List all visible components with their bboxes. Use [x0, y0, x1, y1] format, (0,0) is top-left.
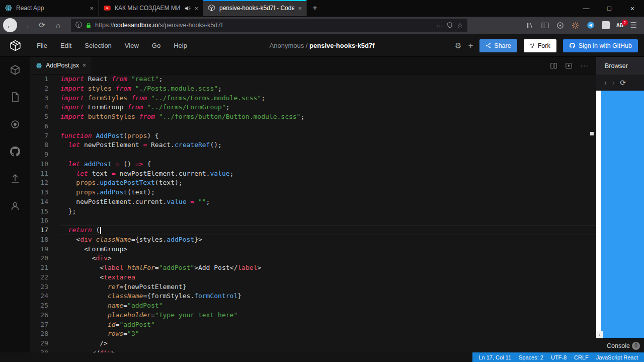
tab-close-icon[interactable]: × — [298, 5, 302, 12]
console-bar[interactable]: Console 0 — [596, 338, 644, 352]
split-editor-icon[interactable] — [550, 62, 557, 69]
status-indentation[interactable]: Spaces: 2 — [519, 354, 543, 360]
code-lines[interactable]: import React from "react";import styles … — [60, 75, 596, 352]
menu-hamburger-icon[interactable]: ☰ — [630, 21, 637, 30]
extension-telegram-icon[interactable] — [586, 21, 595, 30]
page-info-icon[interactable]: ⓘ — [75, 21, 82, 30]
code-line[interactable]: let newPostElement = React.createRef(); — [60, 140, 596, 150]
status-cursor-position[interactable]: Ln 17, Col 11 — [478, 354, 511, 360]
reload-button[interactable]: ⟳ — [35, 18, 49, 32]
menu-view[interactable]: View — [118, 34, 145, 57]
bookmark-star-icon[interactable]: ☆ — [457, 22, 463, 29]
codesandbox-logo-icon[interactable] — [0, 39, 30, 52]
sidebar-icon[interactable] — [541, 21, 549, 30]
code-line[interactable]: rows="3" — [60, 329, 596, 339]
code-editor[interactable]: 1234567891011121314151617181920212223242… — [30, 75, 596, 352]
tab-close-icon[interactable]: × — [90, 5, 94, 12]
code-line[interactable]: /> — [60, 339, 596, 348]
library-icon[interactable] — [526, 21, 534, 30]
code-token: ; — [230, 170, 234, 177]
code-line[interactable]: let addPost = () => { — [60, 160, 596, 169]
code-line[interactable] — [60, 150, 596, 160]
code-line[interactable]: return ( — [60, 226, 596, 235]
code-line[interactable] — [60, 122, 596, 131]
editor-tab-addpost[interactable]: AddPost.jsx × — [30, 57, 92, 74]
preview-forward-icon[interactable]: › — [612, 79, 615, 87]
code-line[interactable]: function AddPost(props) { — [60, 131, 596, 141]
tab-close-icon[interactable]: × — [194, 5, 198, 12]
code-line[interactable]: import styles from "./Posts.module.scss"… — [60, 84, 596, 94]
preview-browser-tab[interactable]: Browser — [596, 57, 644, 75]
home-button[interactable]: ⌂ — [51, 18, 65, 32]
browser-tab-react-app[interactable]: React App × — [0, 0, 99, 16]
more-actions-icon[interactable]: ··· — [580, 61, 589, 69]
code-line[interactable]: ref={newPostElement} — [60, 282, 596, 292]
share-button[interactable]: Share — [479, 39, 517, 52]
code-line[interactable]: props.addPost(text); — [60, 188, 596, 197]
preview-hscroll-arrow-icon[interactable]: ‹ — [596, 331, 603, 338]
codesandbox-favicon-icon — [208, 4, 216, 12]
menu-selection[interactable]: Selection — [78, 34, 118, 57]
close-button[interactable]: × — [621, 0, 644, 16]
minimize-button[interactable]: — — [575, 0, 598, 16]
code-line[interactable]: <label htmlFor="addPost">Add Post</label… — [60, 263, 596, 273]
code-line[interactable]: className={formStyles.formControl} — [60, 292, 596, 301]
status-eol[interactable]: CRLF — [574, 354, 589, 360]
tab-audio-icon[interactable] — [184, 5, 191, 12]
menu-help[interactable]: Help — [167, 34, 194, 57]
github-panel-icon[interactable] — [9, 146, 21, 158]
code-line[interactable]: <div className={styles.addPost}> — [60, 235, 596, 245]
files-icon[interactable] — [9, 91, 21, 103]
extension-adblock-icon[interactable]: AB 2 — [616, 23, 624, 28]
maximize-button[interactable]: □ — [598, 0, 621, 16]
status-language[interactable]: JavaScript React — [596, 354, 638, 360]
code-line[interactable]: import formStyles from "../forms/Forms.m… — [60, 94, 596, 103]
menu-edit[interactable]: Edit — [54, 34, 78, 57]
code-line[interactable]: }; — [60, 207, 596, 216]
code-line[interactable]: newPostElement.current.value = ""; — [60, 197, 596, 207]
code-line[interactable]: import buttonStyles from "../forms/butto… — [60, 112, 596, 122]
code-line[interactable]: </div> — [60, 348, 596, 352]
line-number: 5 — [30, 112, 60, 122]
add-icon[interactable]: + — [468, 41, 473, 51]
back-button[interactable]: ← — [3, 18, 17, 32]
editor-tab-close-icon[interactable]: × — [83, 62, 86, 69]
page-actions-icon[interactable]: ··· — [436, 22, 443, 29]
settings-gear-icon[interactable]: ⚙ — [455, 41, 461, 50]
open-preview-icon[interactable] — [565, 62, 573, 69]
new-tab-button[interactable]: + — [307, 0, 323, 16]
code-line[interactable]: id="addPost" — [60, 320, 596, 330]
code-line[interactable] — [60, 216, 596, 226]
sign-in-github-button[interactable]: Sign in with GitHub — [563, 39, 638, 52]
preview-viewport[interactable]: ‹ — [596, 91, 644, 338]
menu-file[interactable]: File — [30, 34, 54, 57]
code-line[interactable]: let text = newPostElement.current.value; — [60, 169, 596, 179]
deployment-icon[interactable] — [9, 173, 21, 185]
browser-tab-codesandbox[interactable]: pensive-hooks-k5d7f - CodeSa × — [203, 0, 307, 16]
live-user-icon[interactable] — [9, 200, 21, 212]
sandbox-breadcrumb[interactable]: Anonymous / pensive-hooks-k5d7f — [270, 42, 375, 49]
menu-go[interactable]: Go — [145, 34, 167, 57]
url-bar[interactable]: ⓘ https://codesandbox.io/s/pensive-hooks… — [71, 19, 467, 32]
project-cube-icon[interactable] — [9, 64, 21, 76]
preview-back-icon[interactable]: ‹ — [604, 79, 607, 87]
code-line[interactable]: import React from "react"; — [60, 75, 596, 84]
code-line[interactable]: <textarea — [60, 273, 596, 282]
preview-refresh-icon[interactable]: ⟳ — [620, 79, 626, 87]
shield-icon[interactable] — [446, 22, 453, 29]
code-line[interactable]: <FormGroup> — [60, 245, 596, 254]
browser-tab-video[interactable]: КАК МЫ СОЗДАЕМ МИР. × — [99, 0, 203, 16]
extension-gear-icon[interactable] — [571, 21, 580, 30]
extension-privacy-icon[interactable] — [556, 21, 565, 30]
forward-button[interactable]: → — [19, 18, 33, 32]
status-encoding[interactable]: UTF-8 — [551, 354, 567, 360]
code-line[interactable]: props.updatePostText(text); — [60, 178, 596, 188]
code-line[interactable]: name="addPost" — [60, 301, 596, 311]
code-line[interactable]: import FormGroup from "../forms/FormGrou… — [60, 103, 596, 112]
code-line[interactable]: <div> — [60, 254, 596, 263]
settings-icon[interactable] — [9, 118, 21, 130]
code-line[interactable]: placeholder="Type your text here" — [60, 311, 596, 320]
extension-screenshot-icon[interactable] — [602, 21, 610, 29]
fork-button[interactable]: Fork — [524, 39, 556, 52]
line-number: 13 — [30, 188, 60, 197]
